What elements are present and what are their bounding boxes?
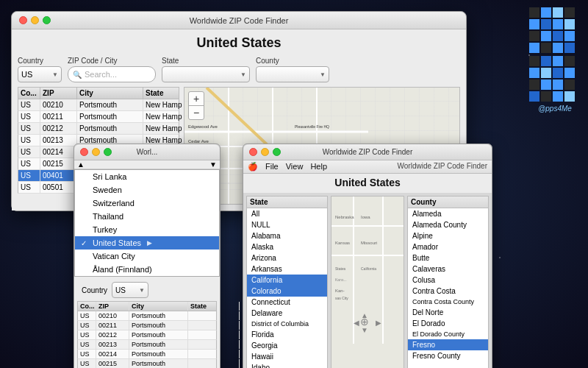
country-select-small[interactable]: US ▼ bbox=[112, 282, 148, 298]
county-select[interactable]: ▼ bbox=[256, 66, 329, 82]
county-item-calaveras[interactable]: Calaveras bbox=[408, 263, 488, 275]
mini-table-row[interactable]: US00212Portsmouth bbox=[77, 330, 217, 340]
state-item-colorado[interactable]: Colorado bbox=[247, 286, 327, 297]
app-title: United States bbox=[18, 35, 460, 51]
state-item-alabama[interactable]: Alabama bbox=[247, 230, 327, 241]
third-titlebar: Worldwide ZIP Code Finder bbox=[243, 144, 492, 160]
country-select[interactable]: US ▼ bbox=[18, 66, 62, 82]
state-list-content: All NULL Alabama Alaska Arizona Arkansas… bbox=[246, 208, 328, 368]
county-item-el-dorado[interactable]: El Dorado bbox=[408, 318, 488, 329]
dropdown-item-vatican[interactable]: Vatican City bbox=[75, 250, 219, 263]
zoom-out-button[interactable]: − bbox=[189, 106, 204, 119]
state-item-idaho[interactable]: Idaho bbox=[247, 362, 327, 368]
svg-text:Kansas: Kansas bbox=[335, 241, 350, 245]
state-select[interactable]: ▼ bbox=[162, 66, 250, 82]
state-item-hawaii[interactable]: Hawaii bbox=[247, 351, 327, 362]
dropdown-window-title: Worl... bbox=[137, 148, 158, 156]
state-item-null[interactable]: NULL bbox=[247, 219, 327, 230]
county-header: County bbox=[407, 196, 489, 208]
svg-text:▲: ▲ bbox=[361, 311, 368, 319]
country-select-arrow: ▼ bbox=[52, 71, 58, 78]
dropdown-item-switzerland[interactable]: Switzerland bbox=[75, 197, 219, 210]
svg-text:◀: ◀ bbox=[354, 319, 359, 327]
county-item-el-dorado-county[interactable]: El Dorado County bbox=[408, 329, 488, 339]
menu-item-file[interactable]: File bbox=[265, 162, 279, 171]
zoom-in-button[interactable]: + bbox=[189, 92, 204, 105]
state-item-alaska[interactable]: Alaska bbox=[247, 241, 327, 252]
close-button[interactable] bbox=[19, 16, 27, 24]
county-item-colusa[interactable]: Colusa bbox=[408, 275, 488, 286]
maximize-button[interactable] bbox=[43, 16, 51, 24]
county-list: County Alameda Alameda County Alpine Ama… bbox=[407, 196, 489, 368]
county-list-content: Alameda Alameda County Alpine Amador But… bbox=[407, 208, 489, 368]
state-select-arrow: ▼ bbox=[240, 71, 246, 78]
county-item-alpine[interactable]: Alpine bbox=[408, 230, 488, 241]
col-zip: ZIP bbox=[40, 88, 77, 99]
county-item-amador[interactable]: Amador bbox=[408, 241, 488, 252]
dropdown-close[interactable] bbox=[80, 148, 88, 156]
state-list: State All NULL Alabama Alaska Arizona Ar… bbox=[246, 196, 328, 368]
third-maximize[interactable] bbox=[273, 148, 281, 156]
mini-table-row[interactable]: US00213Portsmouth bbox=[77, 340, 217, 350]
county-item-del-norte[interactable]: Del Norte bbox=[408, 307, 488, 318]
county-item-butte[interactable]: Butte bbox=[408, 252, 488, 263]
state-item-arkansas[interactable]: Arkansas bbox=[247, 263, 327, 275]
col-country: Co... bbox=[18, 88, 40, 99]
state-item-dc[interactable]: District of Columbia bbox=[247, 319, 327, 329]
col-city: City bbox=[77, 88, 143, 99]
state-item-all[interactable]: All bbox=[247, 208, 327, 219]
table-row[interactable]: US00211PortsmouthNew Hamp bbox=[18, 111, 179, 123]
county-item-fresno-county[interactable]: Fresno County bbox=[408, 350, 488, 361]
menu-item-help[interactable]: Help bbox=[310, 162, 327, 171]
state-item-arizona[interactable]: Arizona bbox=[247, 252, 327, 263]
dropdown-item-turkey[interactable]: Turkey bbox=[75, 223, 219, 236]
county-item-alameda[interactable]: Alameda bbox=[408, 208, 488, 219]
mini-table-row[interactable]: US00210Portsmouth bbox=[77, 311, 217, 321]
table-header: Co... ZIP City State bbox=[18, 87, 179, 99]
dropdown-item-thailand[interactable]: Thailand bbox=[75, 210, 219, 223]
search-placeholder: Search... bbox=[85, 70, 117, 79]
cursor-indicator: ▶ bbox=[147, 239, 152, 247]
state-item-california[interactable]: California bbox=[247, 275, 327, 286]
scroll-up-icon[interactable]: ▲ bbox=[77, 160, 85, 169]
dropdown-item-sri-lanka[interactable]: Sri Lanka bbox=[75, 170, 219, 183]
svg-text:sas City: sas City bbox=[335, 296, 348, 300]
dropdown-minimize[interactable] bbox=[92, 148, 100, 156]
county-item-contra-costa-county[interactable]: Contra Costa County bbox=[408, 297, 488, 307]
svg-text:California: California bbox=[361, 266, 376, 271]
menu-item-view[interactable]: View bbox=[286, 162, 304, 171]
state-item-delaware[interactable]: Delaware bbox=[247, 308, 327, 319]
county-item-fresno[interactable]: Fresno bbox=[408, 339, 488, 350]
dropdown-maximize[interactable] bbox=[104, 148, 112, 156]
scroll-down-icon[interactable]: ▼ bbox=[209, 160, 217, 169]
third-title: Worldwide ZIP Code Finder bbox=[323, 148, 412, 156]
state-item-georgia[interactable]: Georgia bbox=[247, 340, 327, 351]
zip-search[interactable]: 🔍 Search... bbox=[68, 66, 156, 82]
state-item-connecticut[interactable]: Connecticut bbox=[247, 297, 327, 308]
menu-bar: 🍎 File View Help Worldwide ZIP Code Find… bbox=[243, 160, 492, 174]
svg-text:▼: ▼ bbox=[361, 326, 368, 334]
minimize-button[interactable] bbox=[31, 16, 39, 24]
county-label: County bbox=[256, 57, 329, 65]
window-title: Worldwide ZIP Code Finder bbox=[190, 16, 289, 25]
third-minimize[interactable] bbox=[261, 148, 269, 156]
mini-table-row[interactable]: US00211Portsmouth bbox=[77, 321, 217, 330]
dropdown-item-aland[interactable]: Åland (Finnland) bbox=[75, 263, 219, 276]
dropdown-item-us[interactable]: ✓ United States ▶ bbox=[75, 236, 219, 250]
country-dropdown-list[interactable]: Sri Lanka Sweden Switzerland Thailand Tu… bbox=[74, 169, 220, 277]
state-item-florida[interactable]: Florida bbox=[247, 329, 327, 340]
third-close[interactable] bbox=[249, 148, 257, 156]
third-window: Worldwide ZIP Code Finder 🍎 File View He… bbox=[243, 144, 492, 368]
search-icon: 🔍 bbox=[73, 71, 82, 79]
zip-label: ZIP Code / City bbox=[68, 57, 156, 65]
county-item-alameda-county[interactable]: Alameda County bbox=[408, 219, 488, 230]
dropdown-item-sweden[interactable]: Sweden bbox=[75, 183, 219, 197]
table-row[interactable]: US00210PortsmouthNew Hamp bbox=[18, 99, 179, 111]
mini-table-row[interactable]: US00215Portsmouth bbox=[77, 359, 217, 368]
table-row[interactable]: US00212PortsmouthNew Hamp bbox=[18, 123, 179, 135]
mini-table-header: Co... ZIP City State bbox=[77, 301, 217, 311]
menu-item-apple[interactable]: 🍎 bbox=[248, 162, 258, 171]
county-item-contra-costa[interactable]: Contra Costa bbox=[408, 286, 488, 297]
traffic-lights bbox=[19, 16, 51, 24]
mini-table-row[interactable]: US00214Portsmouth bbox=[77, 350, 217, 359]
